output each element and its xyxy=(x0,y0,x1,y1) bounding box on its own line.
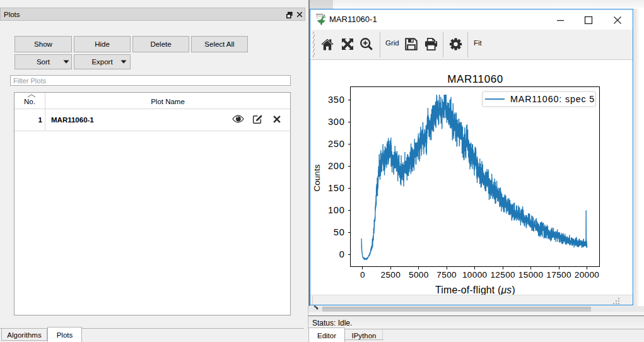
svg-text:MAR11060: spec 5: MAR11060: spec 5 xyxy=(510,94,595,104)
svg-text:Time-of-flight (μs): Time-of-flight (μs) xyxy=(435,285,515,295)
svg-text:5000: 5000 xyxy=(409,270,429,280)
svg-text:150: 150 xyxy=(328,183,344,193)
svg-text:12500: 12500 xyxy=(490,270,515,280)
svg-text:0: 0 xyxy=(360,270,365,280)
svg-text:350: 350 xyxy=(328,95,344,105)
svg-text:MAR11060: MAR11060 xyxy=(447,73,503,85)
svg-text:100: 100 xyxy=(328,205,344,215)
svg-text:10000: 10000 xyxy=(462,270,488,280)
svg-text:0: 0 xyxy=(339,249,345,259)
svg-text:50: 50 xyxy=(334,227,345,237)
svg-text:20000: 20000 xyxy=(575,270,600,280)
svg-text:Counts: Counts xyxy=(312,164,322,191)
svg-text:300: 300 xyxy=(328,117,344,127)
svg-text:7500: 7500 xyxy=(436,270,457,280)
svg-text:2500: 2500 xyxy=(380,270,401,280)
svg-text:200: 200 xyxy=(328,161,344,171)
svg-text:250: 250 xyxy=(328,139,344,149)
svg-text:17500: 17500 xyxy=(546,270,571,280)
svg-text:15000: 15000 xyxy=(518,270,544,280)
